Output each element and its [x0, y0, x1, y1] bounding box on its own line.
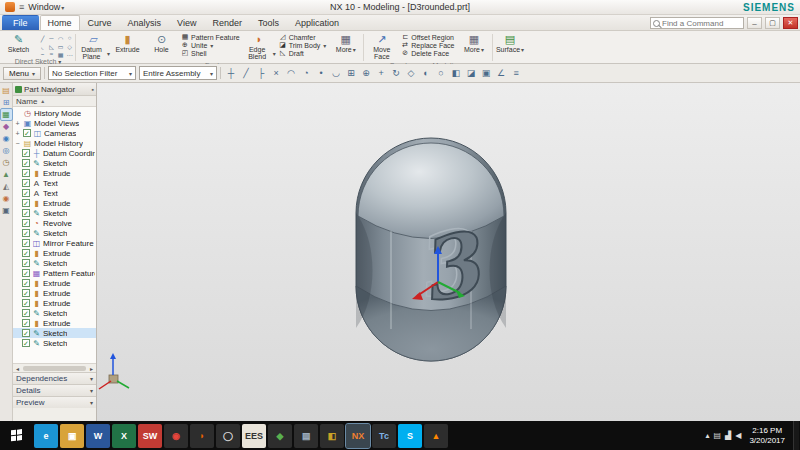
checkbox-checked-icon[interactable]	[22, 229, 30, 237]
taskbar-app-icon[interactable]: Tc	[372, 424, 396, 448]
panel-section-header[interactable]: Preview	[13, 396, 96, 408]
toolbar-icon-button[interactable]: •	[314, 66, 328, 80]
resource-bar-icon[interactable]: ◉	[1, 133, 12, 144]
pattern-feature-button[interactable]: ▦Pattern Feature	[179, 33, 242, 41]
feature-tree-item[interactable]: ▮ Extrude	[13, 168, 96, 178]
feature-tree-item[interactable]: ✎ Sketch	[13, 258, 96, 268]
resource-bar-icon[interactable]: ◷	[1, 157, 12, 168]
edge-blend-button[interactable]: Edge Blend	[243, 32, 276, 62]
resource-bar-icon[interactable]: ▤	[1, 85, 12, 96]
ribbon-tab[interactable]: View	[169, 15, 204, 30]
feature-tree-item[interactable]: ✎ Sketch	[13, 328, 96, 338]
sketch-tool-icon[interactable]: ○	[65, 34, 74, 42]
pin-icon[interactable]	[92, 86, 94, 93]
checkbox-checked-icon[interactable]	[22, 299, 30, 307]
toolbar-icon-button[interactable]: ╱	[239, 66, 253, 80]
tree-item[interactable]: ◷ History Mode	[13, 108, 96, 118]
toolbar-icon-button[interactable]: ◡	[329, 66, 343, 80]
toolbar-icon-button[interactable]: ├	[254, 66, 268, 80]
capsule-die-model[interactable]: 3 3	[356, 138, 506, 361]
sketch-tool-icon[interactable]: ◟	[38, 42, 47, 50]
tree-item[interactable]: − ▤ Model History	[13, 138, 96, 148]
feature-tree-item[interactable]: ▮ Extrude	[13, 288, 96, 298]
taskbar-app-icon[interactable]: ▲	[424, 424, 448, 448]
sketch-tool-icon[interactable]: ▦	[56, 50, 65, 58]
replace-face-button[interactable]: ⇄Replace Face	[399, 41, 456, 49]
tray-icon[interactable]: ◀	[735, 431, 741, 440]
tree-expander-icon[interactable]: +	[14, 130, 21, 137]
checkbox-checked-icon[interactable]	[22, 209, 30, 217]
checkbox-checked-icon[interactable]	[22, 249, 30, 257]
sketch-tool-icon[interactable]: ~	[38, 50, 47, 58]
feature-tree-item[interactable]: ▮ Extrude	[13, 198, 96, 208]
checkbox-checked-icon[interactable]	[22, 159, 30, 167]
tray-icon[interactable]: ▴	[706, 431, 710, 440]
hole-button[interactable]: Hole	[145, 32, 178, 54]
selection-filter-dropdown[interactable]: No Selection Filter	[48, 66, 136, 80]
resource-bar-icon[interactable]: ◭	[1, 181, 12, 192]
sketch-tool-icon[interactable]: ▭	[56, 42, 65, 50]
toolbar-icon-button[interactable]: ┼	[224, 66, 238, 80]
toolbar-icon-button[interactable]: ○	[434, 66, 448, 80]
tray-icon[interactable]: ▤	[714, 431, 722, 440]
feature-tree-item[interactable]: ✎ Sketch	[13, 308, 96, 318]
taskbar-app-icon[interactable]: ▣	[60, 424, 84, 448]
offset-region-button[interactable]: ⊏Offset Region	[399, 33, 456, 41]
ribbon-tab[interactable]: Analysis	[120, 15, 170, 30]
more-sync-button[interactable]: More	[458, 32, 491, 54]
sketch-tool-icon[interactable]: ╱	[38, 34, 47, 42]
tree-expander-icon[interactable]: −	[14, 140, 21, 147]
close-button[interactable]	[783, 17, 798, 29]
feature-tree-item[interactable]: ▦ Pattern Feature	[13, 268, 96, 278]
tree-item[interactable]: + ▣ Model Views	[13, 118, 96, 128]
toolbar-icon-button[interactable]: ≡	[509, 66, 523, 80]
checkbox-checked-icon[interactable]	[22, 179, 30, 187]
feature-tree-item[interactable]: ◫ Mirror Feature	[13, 238, 96, 248]
toolbar-icon-button[interactable]: ∠	[494, 66, 508, 80]
datum-plane-button[interactable]: Datum Plane	[77, 32, 110, 62]
show-desktop-button[interactable]	[793, 421, 799, 450]
toolbar-icon-button[interactable]: ⊞	[344, 66, 358, 80]
feature-tree-item[interactable]: A Text	[13, 188, 96, 198]
taskbar-app-icon[interactable]: ◯	[216, 424, 240, 448]
checkbox-checked-icon[interactable]	[22, 169, 30, 177]
toolbar-icon-button[interactable]: ◧	[449, 66, 463, 80]
scroll-right-icon[interactable]: ▸	[87, 365, 96, 372]
move-face-button[interactable]: Move Face	[365, 32, 398, 62]
restore-button[interactable]	[765, 17, 780, 29]
trim-body-button[interactable]: ◪Trim Body	[277, 41, 329, 49]
chamfer-button[interactable]: ◿Chamfer	[277, 33, 329, 41]
sketch-tool-icon[interactable]: ◇	[65, 42, 74, 50]
scroll-left-icon[interactable]: ◂	[13, 365, 22, 372]
resource-bar-icon[interactable]: ◉	[1, 193, 12, 204]
toolbar-icon-button[interactable]: ▣	[479, 66, 493, 80]
delete-face-button[interactable]: ⊘Delete Face	[399, 49, 456, 57]
sketch-tool-icon[interactable]: ◠	[56, 34, 65, 42]
checkbox-checked-icon[interactable]	[23, 129, 31, 137]
ribbon-tab[interactable]: Home	[40, 15, 80, 30]
checkbox-checked-icon[interactable]	[22, 149, 30, 157]
sketch-tool-icon[interactable]: ◺	[47, 42, 56, 50]
tree-expander-icon[interactable]: +	[14, 120, 21, 127]
draft-button[interactable]: ◺Draft	[277, 49, 329, 57]
scrollbar-thumb[interactable]	[23, 366, 86, 371]
unite-button[interactable]: ⊕Unite	[179, 41, 242, 49]
taskbar-app-icon[interactable]: X	[112, 424, 136, 448]
checkbox-checked-icon[interactable]	[22, 199, 30, 207]
feature-tree-item[interactable]: ▮ Extrude	[13, 298, 96, 308]
feature-tree-item[interactable]: ▮ Extrude	[13, 318, 96, 328]
resource-bar-icon[interactable]: ◆	[1, 121, 12, 132]
feature-tree-item[interactable]: A Text	[13, 178, 96, 188]
taskbar-app-icon[interactable]: ▤	[294, 424, 318, 448]
feature-tree-item[interactable]: ◔ Revolve	[13, 218, 96, 228]
surface-button[interactable]: Surface	[494, 32, 527, 54]
taskbar-app-icon[interactable]: EES	[242, 424, 266, 448]
feature-tree-item[interactable]: ✎ Sketch	[13, 208, 96, 218]
taskbar-app-icon[interactable]: ◗	[190, 424, 214, 448]
toolbar-icon-button[interactable]: +	[374, 66, 388, 80]
taskbar-app-icon[interactable]: NX	[346, 424, 370, 448]
resource-bar-icon[interactable]: ◎	[1, 145, 12, 156]
sketch-tool-icon[interactable]: ⋯	[65, 50, 74, 58]
sketch-tool-icon[interactable]: ≈	[47, 50, 56, 58]
extrude-button[interactable]: Extrude	[111, 32, 144, 54]
